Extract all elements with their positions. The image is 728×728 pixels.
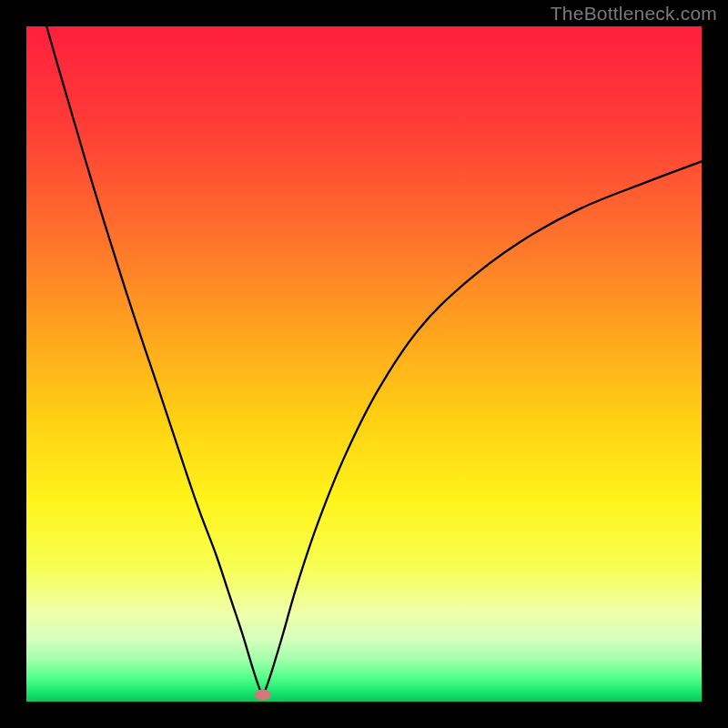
optimum-marker (255, 690, 271, 701)
chart-frame: TheBottleneck.com (0, 0, 728, 728)
plot-area (26, 26, 702, 702)
chart-svg (26, 26, 702, 702)
watermark-text: TheBottleneck.com (551, 3, 717, 25)
gradient-background (26, 26, 702, 702)
